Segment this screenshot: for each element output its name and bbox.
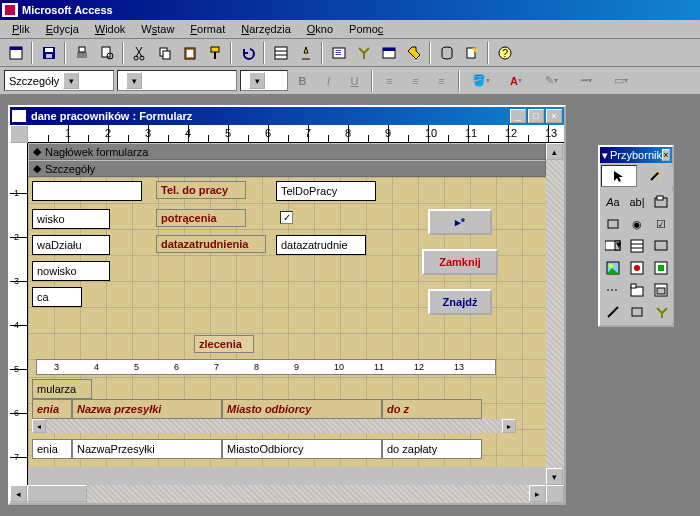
field-ca[interactable]: ca bbox=[32, 287, 82, 307]
align-right-button[interactable]: ≡ bbox=[430, 70, 453, 92]
section-detail[interactable]: ◆ Szczegóły bbox=[28, 160, 546, 177]
field-blank[interactable] bbox=[32, 181, 142, 201]
tool-subform[interactable] bbox=[649, 279, 673, 301]
dropdown-icon[interactable] bbox=[63, 72, 79, 89]
underline-button[interactable]: U bbox=[343, 70, 366, 92]
sub-row-c1[interactable]: enia bbox=[32, 439, 72, 459]
label-tel-do-pracy[interactable]: Tel. do pracy bbox=[156, 181, 246, 199]
italic-button[interactable]: I bbox=[317, 70, 340, 92]
autoformat-button[interactable] bbox=[294, 42, 317, 64]
tool-label[interactable]: Aa bbox=[601, 191, 625, 213]
scroll-right-button[interactable]: ▸ bbox=[529, 485, 546, 502]
properties-button[interactable] bbox=[377, 42, 400, 64]
line-width-button[interactable]: ━▾ bbox=[570, 70, 602, 92]
database-window-button[interactable] bbox=[435, 42, 458, 64]
sub-hdr-c2[interactable]: Nazwa przesyłki bbox=[72, 399, 222, 419]
subform-area[interactable]: mularza enia Nazwa przesyłki Miasto odbi… bbox=[28, 377, 546, 467]
sub-hdr-c1[interactable]: enia bbox=[32, 399, 72, 419]
line-color-button[interactable]: ✎▾ bbox=[535, 70, 567, 92]
scroll-left-button[interactable]: ◂ bbox=[10, 485, 27, 502]
toolbox-button[interactable] bbox=[352, 42, 375, 64]
sub-row-c3[interactable]: MiastoOdbiorcy bbox=[222, 439, 382, 459]
toolbox-titlebar[interactable]: ▾ Przybornik × bbox=[600, 147, 672, 163]
field-nowisko[interactable]: nowisko bbox=[32, 261, 110, 281]
tool-option-group[interactable] bbox=[649, 191, 673, 213]
tool-combobox[interactable]: ▾ bbox=[601, 235, 625, 257]
tool-pointer[interactable] bbox=[601, 165, 637, 187]
section-form-header[interactable]: ◆ Nagłówek formularza bbox=[28, 143, 546, 160]
tool-listbox[interactable] bbox=[625, 235, 649, 257]
help-button[interactable]: ? bbox=[493, 42, 516, 64]
menu-insert[interactable]: Wstaw bbox=[133, 21, 182, 37]
menu-help[interactable]: Pomoc bbox=[341, 21, 391, 37]
tool-bound-object[interactable] bbox=[649, 257, 673, 279]
view-button[interactable] bbox=[4, 42, 27, 64]
label-datazatrudnienia[interactable]: datazatrudnienia bbox=[156, 235, 266, 253]
field-datazatrudnie[interactable]: datazatrudnie bbox=[276, 235, 366, 255]
field-teldopracy[interactable]: TelDoPracy bbox=[276, 181, 376, 201]
align-center-button[interactable]: ≡ bbox=[404, 70, 427, 92]
zamknij-button[interactable]: Zamknij bbox=[422, 249, 498, 275]
ruler-corner[interactable] bbox=[10, 125, 28, 143]
sub-hdr-c3[interactable]: Miasto odbiorcy bbox=[222, 399, 382, 419]
field-list-button[interactable] bbox=[269, 42, 292, 64]
cut-button[interactable] bbox=[128, 42, 151, 64]
maximize-button[interactable]: □ bbox=[528, 109, 544, 123]
tool-toggle[interactable] bbox=[601, 213, 625, 235]
toolbox-palette[interactable]: ▾ Przybornik × Aa ab| ◉ ☑ ▾ bbox=[598, 145, 674, 327]
scroll-up-button[interactable]: ▴ bbox=[546, 143, 563, 160]
znajdz-button[interactable]: Znajdź bbox=[428, 289, 492, 315]
sub-row-c2[interactable]: NazwaPrzesyłki bbox=[72, 439, 222, 459]
tool-unbound-object[interactable] bbox=[625, 257, 649, 279]
bold-button[interactable]: B bbox=[291, 70, 314, 92]
minimize-button[interactable]: _ bbox=[510, 109, 526, 123]
tool-option[interactable]: ◉ bbox=[625, 213, 649, 235]
toolbox-close-button[interactable]: × bbox=[662, 149, 670, 161]
new-object-button[interactable] bbox=[460, 42, 483, 64]
dropdown-icon[interactable] bbox=[126, 72, 142, 89]
print-button[interactable] bbox=[70, 42, 93, 64]
form-titlebar[interactable]: ▦ dane pracowników : Formularz _ □ × bbox=[10, 107, 564, 125]
font-size-combo[interactable] bbox=[240, 70, 288, 91]
subform-ruler[interactable]: 34567891011121314 bbox=[36, 359, 496, 375]
copy-button[interactable] bbox=[153, 42, 176, 64]
menu-view[interactable]: Widok bbox=[87, 21, 134, 37]
tool-tab[interactable] bbox=[625, 279, 649, 301]
menu-edit[interactable]: Edycja bbox=[38, 21, 87, 37]
tool-checkbox[interactable]: ☑ bbox=[649, 213, 673, 235]
tool-pagebreak[interactable] bbox=[601, 279, 625, 301]
menu-tools[interactable]: Narzędzia bbox=[233, 21, 299, 37]
scroll-down-button[interactable]: ▾ bbox=[546, 468, 563, 485]
label-potracenia[interactable]: potrącenia bbox=[156, 209, 246, 227]
tool-rectangle[interactable] bbox=[625, 301, 649, 323]
align-left-button[interactable]: ≡ bbox=[378, 70, 401, 92]
label-zlecenia[interactable]: zlecenia bbox=[194, 335, 254, 353]
font-color-button[interactable]: A▾ bbox=[500, 70, 532, 92]
save-button[interactable] bbox=[37, 42, 60, 64]
object-selector[interactable]: Szczegóły bbox=[4, 70, 114, 91]
undo-button[interactable] bbox=[236, 42, 259, 64]
vertical-ruler[interactable]: 1234567 bbox=[10, 143, 28, 485]
menu-window[interactable]: Okno bbox=[299, 21, 341, 37]
tool-line[interactable] bbox=[601, 301, 625, 323]
tool-image[interactable] bbox=[601, 257, 625, 279]
checkbox-potracenia[interactable]: ✓ bbox=[280, 211, 293, 224]
size-grip[interactable] bbox=[546, 485, 564, 503]
subform-inner-hscroll[interactable]: ◂▸ bbox=[32, 419, 516, 433]
font-name-combo[interactable] bbox=[117, 70, 237, 91]
print-preview-button[interactable] bbox=[95, 42, 118, 64]
dropdown-icon[interactable] bbox=[249, 72, 265, 89]
tool-button[interactable] bbox=[649, 235, 673, 257]
build-button[interactable] bbox=[402, 42, 425, 64]
sub-row-c4[interactable]: do zapłaty bbox=[382, 439, 482, 459]
tool-more[interactable] bbox=[649, 301, 673, 323]
new-record-button[interactable]: ▸* bbox=[428, 209, 492, 235]
sub-hdr-c4[interactable]: do z bbox=[382, 399, 482, 419]
code-button[interactable]: ≡ bbox=[327, 42, 350, 64]
close-button[interactable]: × bbox=[546, 109, 562, 123]
tool-wizard[interactable] bbox=[637, 165, 673, 187]
menu-format[interactable]: Format bbox=[182, 21, 233, 37]
paste-button[interactable] bbox=[178, 42, 201, 64]
scroll-thumb[interactable] bbox=[27, 485, 87, 502]
field-wisko[interactable]: wisko bbox=[32, 209, 110, 229]
